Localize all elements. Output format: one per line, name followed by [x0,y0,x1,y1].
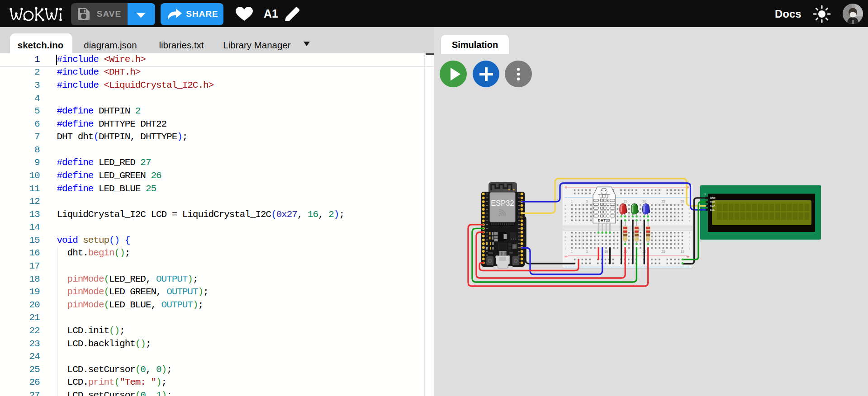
svg-text:i: i [565,243,565,245]
svg-text:1: 1 [571,200,573,203]
svg-text:25: 25 [662,200,665,203]
svg-text:15: 15 [623,200,627,203]
svg-text:j: j [564,247,565,250]
svg-text:SCL: SCL [710,208,715,211]
svg-text:h: h [564,239,566,242]
svg-text:g: g [689,235,690,238]
svg-text:c: c [689,212,690,214]
svg-text:h: h [689,239,690,242]
svg-text:g: g [564,235,566,238]
svg-text:10: 10 [604,250,608,253]
svg-text:5: 5 [586,250,588,253]
svg-text:25: 25 [662,250,665,253]
svg-text:GND: GND [710,197,716,199]
svg-text:1: 1 [571,250,573,253]
svg-text:j: j [689,247,690,250]
svg-text:SDA: SDA [710,204,715,207]
svg-text:c: c [565,212,566,214]
svg-text:30: 30 [681,200,684,203]
svg-text:d: d [564,215,566,218]
svg-text:20: 20 [642,200,646,203]
svg-text:30: 30 [681,250,684,253]
svg-text:VCC: VCC [710,201,715,203]
svg-text:5: 5 [586,200,588,203]
svg-text:ESP32: ESP32 [491,199,514,207]
svg-text:i: i [689,243,690,245]
svg-text:d: d [689,215,690,218]
svg-text:DHT22: DHT22 [598,218,610,222]
